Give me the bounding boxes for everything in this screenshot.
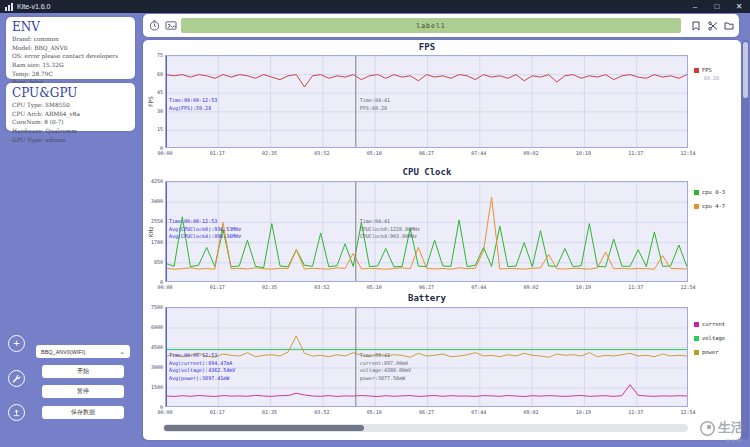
x-tick-label: 02:35: [258, 150, 282, 156]
x-tick-label: 01:17: [205, 150, 229, 156]
x-tick-label: 07:44: [467, 150, 491, 156]
y-tick-label: 3400: [144, 198, 163, 204]
x-tick-label: 01:17: [205, 284, 229, 290]
save-data-button-label: 保存数据: [71, 408, 95, 417]
watermark-logo-icon: [700, 421, 715, 436]
start-button[interactable]: 开始: [42, 365, 124, 378]
charts-panel: FPSFPS0153045607500:0001:1702:3503:5205:…: [143, 40, 741, 440]
app-icon: [5, 3, 13, 11]
settings-wrench-button[interactable]: [8, 370, 25, 387]
chart-title-fps: FPS: [143, 42, 711, 52]
x-tick-label: 00:00: [153, 409, 177, 415]
legend-swatch: [694, 68, 699, 73]
bookmark-icon: [692, 21, 700, 31]
maximize-button[interactable]: □: [706, 0, 728, 13]
plot-area-cpu-clock[interactable]: [165, 181, 688, 282]
x-tick-label: 05:10: [362, 284, 386, 290]
env-line: Brand: common: [12, 35, 129, 44]
x-tick-label: 10:19: [571, 284, 595, 290]
plot-area-battery[interactable]: [165, 307, 688, 407]
legend-current-value: 60.28: [704, 75, 719, 81]
x-tick-label: 00:00: [153, 284, 177, 290]
env-line: Model: BBQ_ANV0: [12, 44, 129, 53]
vertical-scrollbar[interactable]: [742, 40, 749, 440]
vertical-scrollbar-handle[interactable]: [743, 42, 748, 98]
x-tick-label: 03:52: [310, 150, 334, 156]
label-bar[interactable]: label1: [181, 18, 681, 33]
y-tick-label: 60: [144, 71, 163, 77]
close-button[interactable]: ✕: [728, 0, 750, 13]
horizontal-scrollbar[interactable]: [163, 424, 688, 432]
watermark-title: 生活: [718, 419, 744, 437]
env-line: OS: error please contact developers: [12, 52, 129, 61]
y-tick-label: 3000: [144, 364, 163, 370]
env-panel-title: ENV: [12, 20, 129, 34]
env-panel: ENV Brand: common Model: BBQ_ANV0 OS: er…: [6, 17, 135, 79]
pause-button[interactable]: 暂停: [42, 385, 124, 398]
plot-area-fps[interactable]: [165, 55, 688, 148]
y-tick-label: 1500: [144, 384, 163, 390]
device-select-value: BBQ_ANV0(WIFI): [41, 349, 85, 355]
x-tick-label: 06:27: [415, 150, 439, 156]
legend-item-voltage[interactable]: voltage: [694, 335, 725, 341]
folder-button[interactable]: [723, 20, 734, 31]
pause-button-label: 暂停: [77, 387, 89, 396]
legend-label: voltage: [702, 335, 725, 341]
timer-icon: [149, 20, 160, 31]
label-bar-text: label1: [416, 22, 445, 30]
x-tick-label: 12:54: [676, 284, 700, 290]
y-tick-label: 45: [144, 89, 163, 95]
x-tick-label: 12:54: [676, 409, 700, 415]
x-tick-label: 10:19: [571, 150, 595, 156]
y-axis-label: FPS: [147, 96, 154, 107]
y-tick-label: 1700: [144, 239, 163, 245]
x-tick-label: 07:44: [467, 409, 491, 415]
y-tick-label: 850: [144, 259, 163, 265]
cpugpu-panel: CPU&GPU CPU Type: SM8550 CPU Arch: ARM64…: [6, 83, 135, 131]
timer-button[interactable]: [149, 20, 160, 31]
legend-item-cpu-4-7[interactable]: cpu 4-7: [694, 203, 725, 209]
legend-item-cpu-0-3[interactable]: cpu 0-3: [694, 189, 725, 195]
bookmark-button[interactable]: [691, 20, 701, 31]
y-tick-label: 7500: [144, 304, 163, 310]
chart-title-battery: Battery: [143, 293, 711, 303]
cpugpu-line: CPU Type: SM8550: [12, 101, 129, 110]
upload-button[interactable]: [8, 404, 25, 421]
chevron-down-icon: ⌄: [119, 348, 125, 356]
cpugpu-line: GPU Type: adreno: [12, 136, 129, 145]
legend-item-FPS[interactable]: FPS: [694, 67, 712, 73]
add-button[interactable]: +: [8, 335, 25, 352]
titlebar: Kite-v1.6.0 – □ ✕: [0, 0, 750, 13]
x-tick-label: 07:44: [467, 284, 491, 290]
legend-swatch: [694, 350, 699, 355]
sidebar: ENV Brand: common Model: BBQ_ANV0 OS: er…: [0, 13, 141, 447]
scissors-icon: [708, 21, 718, 31]
watermark-url: www.: [700, 437, 744, 443]
scissors-button[interactable]: [707, 20, 718, 31]
x-tick-label: 11:37: [624, 284, 648, 290]
x-tick-label: 11:37: [624, 409, 648, 415]
chart-title-cpu-clock: CPU Clock: [143, 167, 711, 177]
device-select[interactable]: BBQ_ANV0(WIFI) ⌄: [36, 345, 130, 358]
toolbar: label1: [143, 14, 739, 37]
screenshot-button[interactable]: [165, 20, 177, 31]
legend-swatch: [694, 336, 699, 341]
x-tick-label: 06:27: [415, 284, 439, 290]
minimize-button[interactable]: –: [684, 0, 706, 13]
legend-item-current[interactable]: current: [694, 321, 725, 327]
legend-swatch: [694, 190, 699, 195]
save-data-button[interactable]: 保存数据: [42, 406, 124, 419]
window-title: Kite-v1.6.0: [17, 3, 50, 10]
x-tick-label: 09:02: [519, 284, 543, 290]
x-tick-label: 02:35: [258, 409, 282, 415]
horizontal-scrollbar-handle[interactable]: [164, 425, 364, 431]
x-tick-label: 11:37: [624, 150, 648, 156]
env-line: Ram size: 15.32G: [12, 61, 129, 70]
legend-item-power[interactable]: power: [694, 349, 719, 355]
legend-label: FPS: [702, 67, 712, 73]
x-tick-label: 10:19: [571, 409, 595, 415]
x-tick-label: 12:54: [676, 150, 700, 156]
cpugpu-line: CPU Arch: ARM64_v8a: [12, 110, 129, 119]
watermark: 生活 www.: [700, 419, 744, 443]
upload-icon: [12, 408, 21, 417]
